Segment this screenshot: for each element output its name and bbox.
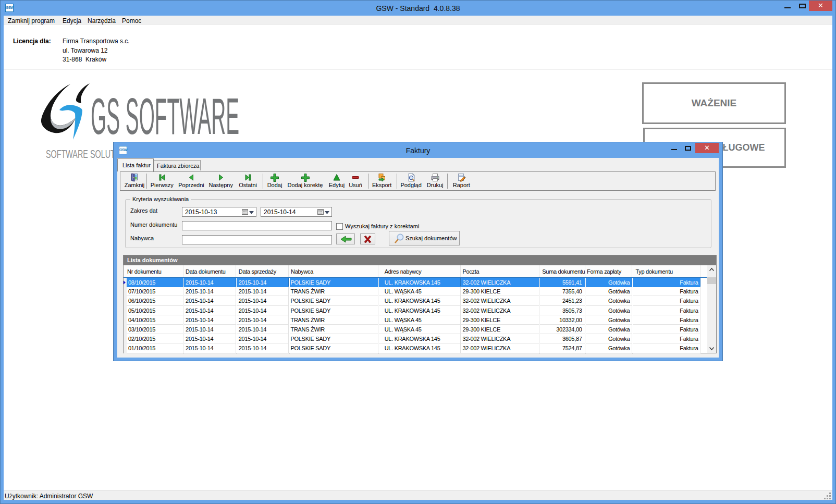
svg-text:GS SOFTWARE: GS SOFTWARE [91,88,239,145]
